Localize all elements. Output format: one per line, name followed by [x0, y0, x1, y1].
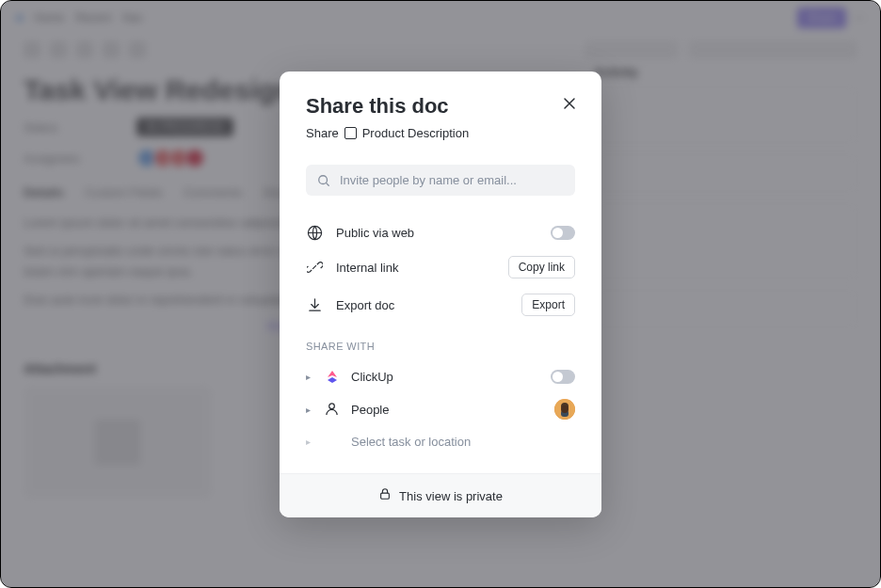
select-task-label: Select task or location [351, 435, 471, 449]
svg-rect-5 [561, 410, 569, 417]
internal-link-label: Internal link [336, 261, 398, 275]
link-icon [306, 259, 323, 276]
doc-name: Product Description [362, 126, 469, 140]
search-placeholder: Invite people by name or email... [340, 173, 517, 187]
person-icon [325, 402, 340, 417]
doc-icon [344, 127, 357, 139]
internal-link-row: Internal link Copy link [306, 248, 575, 286]
clickup-label: ClickUp [351, 370, 393, 384]
public-web-row: Public via web [306, 216, 575, 248]
public-web-label: Public via web [336, 226, 414, 240]
modal-title: Share this doc [306, 94, 575, 119]
caret-right-icon: ▸ [306, 437, 313, 447]
lock-icon [378, 487, 392, 504]
close-icon [563, 97, 576, 110]
clickup-logo-icon [325, 369, 340, 384]
copy-link-button[interactable]: Copy link [508, 256, 575, 278]
clickup-toggle[interactable] [551, 370, 575, 384]
download-icon [306, 296, 323, 313]
person-avatar[interactable] [554, 399, 575, 420]
modal-body: Invite people by name or email... Public… [280, 165, 601, 473]
invite-search-input[interactable]: Invite people by name or email... [306, 165, 575, 196]
export-doc-row: Export doc Export [306, 286, 575, 324]
svg-point-2 [329, 404, 335, 409]
share-prefix: Share [306, 126, 339, 140]
people-label: People [351, 403, 389, 417]
export-doc-label: Export doc [336, 298, 394, 312]
svg-rect-6 [381, 493, 390, 499]
caret-right-icon: ▸ [306, 405, 313, 415]
modal-subtitle: Share Product Description [306, 126, 575, 140]
svg-point-4 [561, 403, 569, 410]
modal-header: Share this doc Share Product Description [280, 72, 601, 151]
public-web-toggle[interactable] [551, 226, 575, 240]
search-icon [317, 174, 330, 187]
share-doc-modal: Share this doc Share Product Description… [280, 72, 601, 517]
export-button[interactable]: Export [521, 294, 575, 316]
modal-footer: This view is private [280, 473, 601, 517]
footer-text: This view is private [399, 489, 503, 503]
caret-right-icon: ▸ [306, 372, 313, 382]
globe-icon [306, 224, 323, 241]
share-clickup-row[interactable]: ▸ ClickUp [306, 361, 575, 391]
select-task-row[interactable]: ▸ Select task or location [306, 427, 575, 456]
share-people-row[interactable]: ▸ People [306, 391, 575, 427]
close-button[interactable] [560, 94, 579, 113]
share-with-label: SHARE WITH [306, 341, 575, 352]
modal-overlay[interactable]: Share this doc Share Product Description… [1, 1, 880, 587]
